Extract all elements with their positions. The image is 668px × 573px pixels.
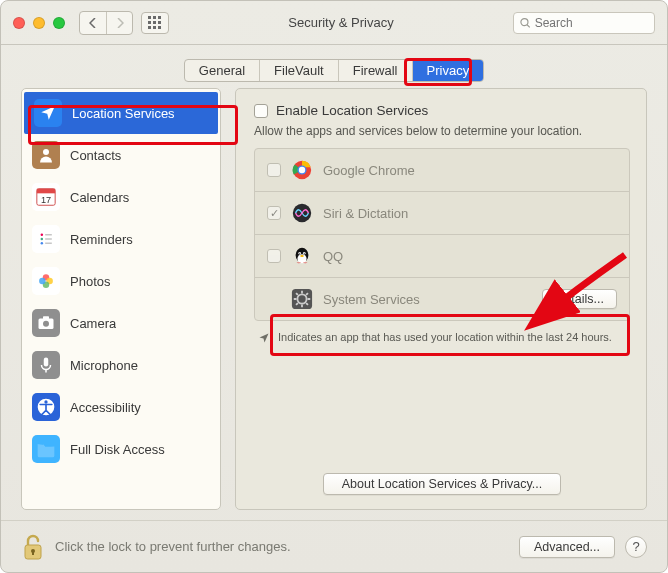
svg-point-9 xyxy=(521,18,528,25)
about-location-button[interactable]: About Location Services & Privacy... xyxy=(323,473,562,495)
tab-filevault[interactable]: FileVault xyxy=(260,60,339,81)
svg-rect-57 xyxy=(32,551,34,555)
svg-rect-5 xyxy=(158,21,161,24)
svg-point-43 xyxy=(304,253,305,254)
forward-button[interactable] xyxy=(106,12,132,34)
sidebar-item-microphone[interactable]: Microphone xyxy=(22,344,220,386)
sidebar-item-label: Full Disk Access xyxy=(70,442,165,457)
tab-privacy[interactable]: Privacy xyxy=(413,60,484,81)
svg-point-17 xyxy=(41,238,44,241)
svg-line-51 xyxy=(296,293,298,295)
siri-icon xyxy=(291,202,313,224)
sidebar-item-label: Calendars xyxy=(70,190,129,205)
app-row-siri-dictation: Siri & Dictation xyxy=(255,192,629,235)
tab-firewall[interactable]: Firewall xyxy=(339,60,413,81)
grid-icon xyxy=(148,16,162,30)
sidebar-item-label: Accessibility xyxy=(70,400,141,415)
privacy-sidebar: Location ServicesContacts17CalendarsRemi… xyxy=(21,88,221,510)
search-field[interactable] xyxy=(513,12,655,34)
close-icon[interactable] xyxy=(13,17,25,29)
app-row-system-services: System ServicesDetails... xyxy=(255,278,629,320)
svg-rect-8 xyxy=(158,26,161,29)
chrome-icon xyxy=(291,159,313,181)
sidebar-item-label: Microphone xyxy=(70,358,138,373)
sidebar-item-calendars[interactable]: 17Calendars xyxy=(22,176,220,218)
camera-icon xyxy=(32,309,60,337)
sidebar-item-contacts[interactable]: Contacts xyxy=(22,134,220,176)
advanced-button[interactable]: Advanced... xyxy=(519,536,615,558)
usage-indicator-text: Indicates an app that has used your loca… xyxy=(278,331,612,343)
app-checkbox[interactable] xyxy=(267,206,281,220)
allow-apps-description: Allow the apps and services below to det… xyxy=(254,124,630,138)
folder-icon xyxy=(32,435,60,463)
tab-general[interactable]: General xyxy=(185,60,260,81)
titlebar: Security & Privacy xyxy=(1,1,667,45)
gear-icon xyxy=(291,288,313,310)
sidebar-item-label: Location Services xyxy=(72,106,175,121)
svg-line-53 xyxy=(296,303,298,305)
sidebar-item-label: Camera xyxy=(70,316,116,331)
help-icon: ? xyxy=(632,539,639,554)
location-arrow-icon xyxy=(258,332,270,344)
svg-rect-3 xyxy=(148,21,151,24)
nav-buttons xyxy=(79,11,133,35)
footer: Click the lock to prevent further change… xyxy=(1,520,667,572)
svg-rect-0 xyxy=(148,16,151,19)
calendar-icon: 17 xyxy=(32,183,60,211)
help-button[interactable]: ? xyxy=(625,536,647,558)
app-list: Google ChromeSiri & DictationQQSystem Se… xyxy=(254,148,630,321)
svg-line-52 xyxy=(306,303,308,305)
app-checkbox[interactable] xyxy=(267,163,281,177)
sidebar-item-location-services[interactable]: Location Services xyxy=(24,92,218,134)
tab-bar: GeneralFileVaultFirewallPrivacy xyxy=(1,45,667,88)
sidebar-item-camera[interactable]: Camera xyxy=(22,302,220,344)
sidebar-item-label: Reminders xyxy=(70,232,133,247)
lock-text: Click the lock to prevent further change… xyxy=(55,539,291,554)
enable-location-label: Enable Location Services xyxy=(276,103,428,118)
app-row-google-chrome: Google Chrome xyxy=(255,149,629,192)
search-icon xyxy=(520,17,531,29)
enable-location-checkbox[interactable] xyxy=(254,104,268,118)
window-title: Security & Privacy xyxy=(177,15,505,30)
svg-rect-2 xyxy=(158,16,161,19)
sidebar-item-accessibility[interactable]: Accessibility xyxy=(22,386,220,428)
app-name: Siri & Dictation xyxy=(323,206,617,221)
lock-icon[interactable] xyxy=(21,532,45,562)
location-icon xyxy=(34,99,62,127)
svg-point-27 xyxy=(43,321,49,327)
window-controls xyxy=(13,17,65,29)
svg-rect-13 xyxy=(37,189,55,194)
minimize-icon[interactable] xyxy=(33,17,45,29)
sidebar-item-photos[interactable]: Photos xyxy=(22,260,220,302)
sidebar-item-full-disk-access[interactable]: Full Disk Access xyxy=(22,428,220,470)
sidebar-item-label: Contacts xyxy=(70,148,121,163)
contacts-icon xyxy=(32,141,60,169)
svg-rect-1 xyxy=(153,16,156,19)
back-button[interactable] xyxy=(80,12,106,34)
app-name: Google Chrome xyxy=(323,163,617,178)
enable-location-row[interactable]: Enable Location Services xyxy=(254,103,630,118)
svg-rect-7 xyxy=(153,26,156,29)
preferences-window: Security & Privacy GeneralFileVaultFirew… xyxy=(0,0,668,573)
search-input[interactable] xyxy=(535,16,648,30)
details-button[interactable]: Details... xyxy=(542,289,617,309)
app-name: System Services xyxy=(323,292,532,307)
accessibility-icon xyxy=(32,393,60,421)
app-name: QQ xyxy=(323,249,617,264)
app-checkbox[interactable] xyxy=(267,249,281,263)
svg-point-36 xyxy=(299,167,305,173)
svg-point-44 xyxy=(300,255,304,257)
show-all-button[interactable] xyxy=(141,12,169,34)
sidebar-item-label: Photos xyxy=(70,274,110,289)
svg-point-32 xyxy=(44,400,47,403)
microphone-icon xyxy=(32,351,60,379)
svg-point-25 xyxy=(39,278,45,284)
usage-indicator-note: Indicates an app that has used your loca… xyxy=(254,321,630,344)
svg-rect-28 xyxy=(43,316,49,319)
svg-rect-4 xyxy=(153,21,156,24)
svg-point-16 xyxy=(41,234,44,237)
qq-icon xyxy=(291,245,313,267)
svg-point-42 xyxy=(299,253,300,254)
zoom-icon[interactable] xyxy=(53,17,65,29)
sidebar-item-reminders[interactable]: Reminders xyxy=(22,218,220,260)
